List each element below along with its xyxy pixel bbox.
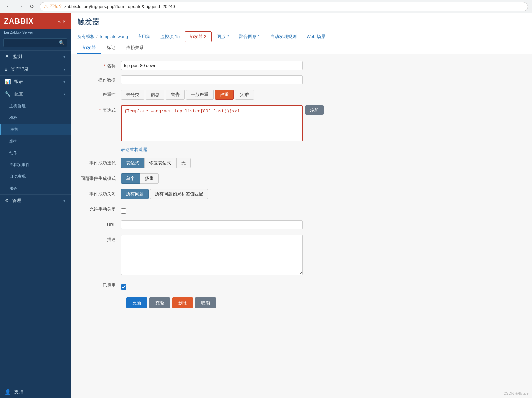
description-label: 描述 <box>81 235 121 243</box>
sidebar-item-support[interactable]: 👤 支持 <box>0 386 71 398</box>
watermark: CSDN @flytalei <box>503 391 529 395</box>
severity-unclassified[interactable]: 未分类 <box>121 90 144 100</box>
nav-tab-graphs[interactable]: 图形 2 <box>212 31 234 42</box>
chevron-up-icon-config: ▲ <box>63 92 66 96</box>
sidebar-item-admin[interactable]: ⚙ 管理 ▼ <box>0 195 71 207</box>
enabled-checkbox[interactable] <box>121 284 126 290</box>
event-close-group: 所有问题 所有问题如果标签值匹配 <box>121 189 208 199</box>
description-textarea[interactable] <box>121 235 303 275</box>
breadcrumb-template-name[interactable]: Template wang <box>99 34 128 39</box>
sidebar: ZABBIX « ⊡ Lei Zabbix Server 🔍 👁 监测 ▼ ≡ … <box>0 13 71 398</box>
breadcrumb-separator: / <box>96 34 98 39</box>
nav-tabs-row: 所有模板 / Template wang 应用集 监控项 15 触发器 2 图形… <box>71 29 532 42</box>
sidebar-item-maintenance[interactable]: 维护 <box>0 135 71 147</box>
cancel-button[interactable]: 取消 <box>195 297 216 308</box>
expand-icon[interactable]: ⊡ <box>63 18 67 24</box>
sidebar-item-correvents[interactable]: 关联项事件 <box>0 159 71 171</box>
severity-disaster[interactable]: 灾难 <box>235 90 254 100</box>
severity-warning[interactable]: 警告 <box>166 90 185 100</box>
sidebar-submenu-config: 主机群组 模板 主机 维护 动作 关联项事件 自动发现 <box>0 100 71 194</box>
event-success-label: 事件成功迭代 <box>81 158 121 166</box>
content-tabs: 触发器 标记 依赖关系 <box>71 42 532 54</box>
name-input[interactable] <box>121 61 303 70</box>
opdata-label: 操作数据 <box>81 75 121 83</box>
severity-group: 未分类 信息 警告 一般严重 严重 灾难 <box>121 90 254 100</box>
sidebar-item-hosts[interactable]: 主机 <box>0 124 71 135</box>
sidebar-search-input[interactable] <box>6 40 57 45</box>
tab-trigger[interactable]: 触发器 <box>77 42 101 54</box>
collapse-icon[interactable]: « <box>58 18 61 24</box>
nav-tab-monitor[interactable]: 监控项 15 <box>155 31 185 42</box>
problem-mode-multiple[interactable]: 多重 <box>140 173 159 184</box>
server-name: Lei Zabbix Server <box>0 29 71 37</box>
sidebar-item-monitoring[interactable]: 👁 监测 ▼ <box>0 51 71 63</box>
sidebar-footer: 👤 支持 <box>0 386 71 398</box>
severity-average[interactable]: 一般严重 <box>186 90 214 100</box>
sidebar-logo-area: ZABBIX « ⊡ <box>0 13 71 29</box>
manual-close-checkbox-wrapper <box>121 206 126 215</box>
expression-builder-link[interactable]: 表达式构造器 <box>121 147 147 153</box>
event-close-all-tagged[interactable]: 所有问题如果标签值匹配 <box>150 189 208 199</box>
nav-tab-discovery[interactable]: 自动发现规则 <box>265 31 302 42</box>
event-success-recovery[interactable]: 恢复表达式 <box>144 158 176 168</box>
sidebar-item-label-reports: 报表 <box>14 79 59 85</box>
manual-close-label: 允许手动关闭 <box>81 204 121 212</box>
chevron-down-icon-assets: ▼ <box>63 68 66 71</box>
event-close-all[interactable]: 所有问题 <box>121 189 149 199</box>
sidebar-item-autodiscovery[interactable]: 自动发现 <box>0 171 71 183</box>
form-row-manual-close: 允许手动关闭 <box>81 204 522 215</box>
event-success-expression[interactable]: 表达式 <box>121 158 144 168</box>
url-input[interactable] <box>121 220 303 229</box>
sidebar-label-autodiscovery: 自动发现 <box>9 174 66 180</box>
sidebar-label-templates: 模板 <box>9 115 66 121</box>
reload-button[interactable]: ↺ <box>27 2 36 11</box>
required-star: * <box>103 63 105 68</box>
page-header: 触发器 <box>71 13 532 29</box>
sidebar-item-config[interactable]: 🔧 配置 ▲ <box>0 88 71 100</box>
search-icon: 🔍 <box>59 40 64 45</box>
back-button[interactable]: ← <box>4 2 13 11</box>
breadcrumb: 所有模板 / Template wang <box>77 34 128 40</box>
form-row-opdata: 操作数据 <box>81 75 522 84</box>
chevron-down-icon-admin: ▼ <box>63 199 66 203</box>
browser-nav-buttons: ← → ↺ <box>4 2 36 11</box>
severity-high[interactable]: 严重 <box>215 90 234 100</box>
event-success-none[interactable]: 无 <box>176 158 191 168</box>
chevron-down-icon: ▼ <box>63 55 66 59</box>
expression-textarea[interactable]: {Template wang:net.tcp.listen[80].last()… <box>122 106 302 140</box>
config-icon: 🔧 <box>5 91 11 97</box>
sidebar-item-services[interactable]: 服务 <box>0 183 71 194</box>
sidebar-label-maintenance: 维护 <box>9 138 66 144</box>
manual-close-checkbox[interactable] <box>121 208 126 214</box>
sidebar-label-hostgroups: 主机群组 <box>9 103 66 109</box>
sidebar-item-templates[interactable]: 模板 <box>0 112 71 124</box>
nav-tab-combined[interactable]: 聚合图形 1 <box>234 31 265 42</box>
sidebar-item-hostgroups[interactable]: 主机群组 <box>0 100 71 112</box>
problem-mode-label: 问题事件生成模式 <box>81 173 121 182</box>
update-button[interactable]: 更新 <box>126 297 147 308</box>
sidebar-item-reports[interactable]: 📊 报表 ▼ <box>0 76 71 88</box>
clone-button[interactable]: 克隆 <box>149 297 170 308</box>
sidebar-item-actions[interactable]: 动作 <box>0 147 71 159</box>
sidebar-section-config: 🔧 配置 ▲ 主机群组 模板 主机 维护 动作 <box>0 88 71 194</box>
problem-mode-single[interactable]: 单个 <box>121 173 140 184</box>
nav-tab-triggers[interactable]: 触发器 2 <box>185 31 212 42</box>
tab-dependencies[interactable]: 依赖关系 <box>121 42 149 54</box>
nav-tab-web[interactable]: Web 场景 <box>302 31 331 42</box>
form-row-expr-builder: 表达式构造器 <box>81 147 522 153</box>
delete-button[interactable]: 删除 <box>172 297 193 308</box>
page-title: 触发器 <box>77 17 525 27</box>
forward-button[interactable]: → <box>15 2 25 11</box>
logo-icons: « ⊡ <box>58 18 67 24</box>
opdata-input[interactable] <box>121 75 303 84</box>
sidebar-item-assets[interactable]: ≡ 资产记录 ▼ <box>0 63 71 75</box>
security-warning-icon: ⚠ <box>44 4 48 9</box>
add-button[interactable]: 添加 <box>305 105 324 115</box>
form-row-severity: 严重性 未分类 信息 警告 一般严重 严重 灾难 <box>81 90 522 100</box>
severity-info[interactable]: 信息 <box>146 90 164 100</box>
address-bar[interactable]: ⚠ 不安全 zabbix.lei.org/triggers.php?form=u… <box>40 2 528 11</box>
tab-tags[interactable]: 标记 <box>101 42 121 54</box>
form-container: * 名称 操作数据 严重性 未分类 信息 警告 一般严重 严重 灾难 <box>71 54 532 398</box>
breadcrumb-all-templates[interactable]: 所有模板 <box>77 34 95 40</box>
nav-tab-applications[interactable]: 应用集 <box>132 31 155 42</box>
